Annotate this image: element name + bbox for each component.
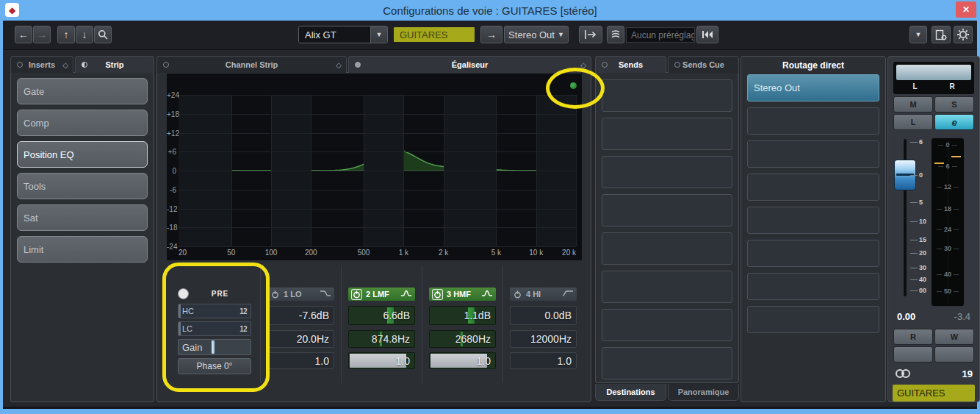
band-freq-field[interactable]: 2680Hz [429, 330, 496, 348]
preset-icon[interactable] [607, 26, 624, 43]
read-automation-button[interactable]: R [893, 329, 933, 345]
channel-down-button[interactable]: ↓ [76, 26, 93, 43]
send-slot[interactable] [602, 271, 732, 303]
diamond-icon[interactable]: ◇ [62, 61, 68, 69]
stereo-width-value[interactable]: 19 [962, 368, 973, 379]
tab-channel-strip[interactable]: Channel Strip ◇ [156, 56, 347, 73]
send-slot[interactable] [602, 156, 732, 188]
search-icon[interactable] [94, 26, 112, 43]
gain-slider-handle[interactable] [212, 340, 215, 354]
routing-slot-active[interactable]: Stereo Out [747, 74, 879, 101]
send-slot[interactable] [602, 118, 732, 150]
eq-band-header[interactable]: 3 HMF [429, 288, 496, 301]
module-gate[interactable]: Gate [17, 78, 148, 104]
high-cut-slider[interactable]: HC 12 [178, 304, 251, 318]
eq-band-header[interactable]: 2 LMF [348, 288, 415, 301]
module-tools[interactable]: Tools [17, 173, 148, 199]
tab-panoramique[interactable]: Panoramique [668, 384, 739, 401]
routing-slot[interactable] [747, 306, 879, 333]
pan-bar[interactable] [896, 65, 971, 80]
peak-icon[interactable] [400, 288, 412, 301]
band-gain-field[interactable]: 1.1dB [429, 306, 496, 325]
power-icon[interactable] [513, 290, 522, 299]
pre-gain-slider[interactable]: Gain [178, 339, 251, 355]
low-shelf-icon[interactable] [320, 288, 331, 301]
tab-inserts[interactable]: Inserts ◇ [10, 56, 73, 73]
send-slot[interactable] [602, 79, 732, 112]
nav-back-button[interactable]: ← [15, 26, 32, 43]
eq-graph[interactable]: 23 20501002005001 k2 k5 k10 k20 k +24+18… [167, 74, 582, 260]
band-gain-field[interactable]: -7.6dB [267, 306, 334, 325]
tab-sends[interactable]: Sends [595, 56, 666, 73]
module-limit[interactable]: Limit [17, 236, 148, 263]
preset-name-field[interactable]: Aucun préréglag. [626, 27, 695, 43]
output-selector-value: Stereo Out [508, 29, 555, 40]
diamond-icon[interactable]: ◇ [336, 61, 342, 69]
channel-name-field[interactable]: GUITARES [394, 27, 475, 42]
band-q-field[interactable]: 1.0 [429, 352, 496, 369]
module-comp[interactable]: Comp [17, 110, 148, 136]
listen-button[interactable]: L [893, 114, 933, 130]
edit-button[interactable]: e [934, 114, 974, 130]
diamond-icon[interactable]: ◇ [580, 61, 586, 69]
band-freq-field[interactable]: 12000Hz [510, 330, 577, 348]
output-channel-edit-icon[interactable] [579, 26, 602, 43]
band-q-field[interactable]: 1.0 [510, 352, 577, 369]
channel-selector[interactable]: Alix GT ▼ [298, 26, 388, 43]
eq-band-header[interactable]: 1 LO [267, 288, 334, 301]
channel-up-button[interactable]: ↑ [57, 26, 75, 43]
fader-gain-value[interactable]: 0.00 [897, 311, 915, 322]
low-cut-slider[interactable]: LC 12 [178, 321, 251, 336]
blank-button[interactable] [934, 346, 974, 363]
band-freq-field[interactable]: 20.0Hz [267, 330, 334, 348]
phase-button[interactable]: Phase 0° [178, 358, 251, 374]
tab-egaliseur[interactable]: Égaliseur ◇ [348, 56, 591, 73]
pre-bypass-button[interactable] [178, 288, 189, 299]
functions-menu-icon[interactable]: ▼ [909, 26, 927, 43]
eq-band-header[interactable]: 4 HI [510, 288, 577, 301]
blank-button[interactable] [893, 346, 933, 363]
routing-slot[interactable] [747, 240, 879, 267]
write-automation-button[interactable]: W [934, 329, 974, 345]
band-gain-field[interactable]: 6.6dB [348, 306, 415, 325]
send-slot[interactable] [602, 232, 732, 265]
band-gain-field[interactable]: 0.0dB [510, 306, 577, 325]
power-icon[interactable] [432, 289, 443, 300]
nav-forward-button[interactable]: → [33, 26, 51, 43]
routing-slot[interactable] [747, 174, 879, 201]
tab-destinations[interactable]: Destinations [595, 384, 666, 401]
fader-scale-mark: 40 [910, 276, 931, 283]
peak-icon[interactable] [481, 288, 493, 301]
module-sat[interactable]: Sat [17, 204, 148, 231]
preset-previous-icon[interactable] [696, 26, 718, 43]
route-arrow-icon[interactable]: → [480, 26, 502, 43]
pan-control[interactable]: L R [893, 62, 974, 94]
band-freq-field[interactable]: 874.8Hz [348, 330, 415, 348]
high-shelf-icon[interactable] [562, 288, 574, 301]
close-button[interactable]: ✕ [956, 1, 976, 18]
band-q-field[interactable]: 1.0 [267, 352, 334, 369]
solo-button[interactable]: S [934, 96, 974, 113]
power-icon[interactable] [270, 290, 280, 299]
send-slot[interactable] [602, 347, 732, 379]
window-layout-icon[interactable] [932, 26, 951, 43]
send-slot[interactable] [602, 194, 732, 226]
send-slot[interactable] [602, 309, 732, 341]
routing-slot[interactable] [747, 273, 879, 300]
band-q-field[interactable]: 1.0 [348, 352, 415, 369]
output-selector[interactable]: Stereo Out ▼ [504, 26, 569, 43]
peak-level-value[interactable]: -3.4 [954, 311, 970, 322]
tab-strip[interactable]: Strip [75, 56, 154, 73]
chevron-down-icon[interactable]: ▼ [370, 26, 387, 43]
y-axis-label: 0 [167, 167, 176, 175]
routing-slot[interactable] [747, 140, 879, 168]
gear-icon[interactable] [954, 26, 973, 43]
module-position-eq[interactable]: Position EQ [17, 141, 148, 168]
mute-button[interactable]: M [893, 96, 933, 113]
routing-slot[interactable] [747, 207, 879, 234]
tab-sends-cue[interactable]: Sends Cue [668, 56, 739, 73]
fader-scale-mark: 20 [910, 249, 931, 257]
power-icon[interactable] [351, 289, 362, 300]
routing-slot[interactable] [747, 107, 879, 135]
pan-left-label: L [912, 82, 917, 90]
